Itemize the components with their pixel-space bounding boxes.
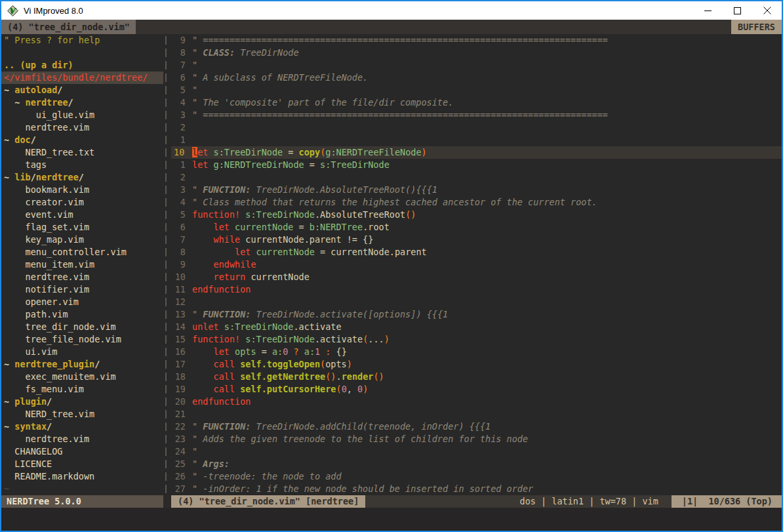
tree-row[interactable]: notifier.vim [1,283,163,296]
syntax-segment: ( [336,384,341,394]
code-row[interactable]: 8 let currentNode = currentNode.parent [171,246,782,258]
tree-row[interactable]: fs_menu.vim [1,383,163,396]
window-separator[interactable] [163,34,171,495]
code-row[interactable]: 19 call self.putCursorHere(0, 0) [171,383,782,396]
tree-row[interactable]: ~ plugin/ [1,396,163,408]
code-row[interactable]: 25" Args: [171,458,782,470]
close-button[interactable] [752,1,782,20]
code-row[interactable]: 20endfunction [171,396,782,408]
line-number: 19 [171,383,192,396]
code-row[interactable]: 18 call self.getNerdtree().render() [171,371,782,383]
syntax-segment: 1 [315,346,320,357]
code-row[interactable]: 16 let opts = a:0 ? a:1 : {} [171,346,782,358]
code-row[interactable]: 10 return currentNode [171,271,782,283]
tree-row[interactable]: ~ [1,483,163,495]
tree-row[interactable]: tree_file_node.vim [1,333,163,346]
tree-row[interactable] [1,47,163,59]
tree-row[interactable]: ui_glue.vim [1,109,163,121]
code-text: " Adds the given treenode to the list of… [192,433,782,445]
tree-row[interactable]: ~ nerdtree_plugin/ [1,358,163,371]
command-line[interactable] [1,508,782,531]
code-row[interactable]: 2 [171,171,782,184]
syntax-segment: () [405,209,416,220]
code-row[interactable]: 1let g:NERDTreeDirNode = s:TreeDirNode [171,159,782,171]
tree-row[interactable]: creator.vim [1,196,163,209]
tree-row[interactable]: ~ nerdtree/ [1,96,163,109]
tree-row[interactable]: exec_menuitem.vim [1,371,163,383]
tree-row[interactable]: nerdtree.vim [1,271,163,283]
code-row[interactable]: 13" FUNCTION: TreeDirNode.activate([opti… [171,308,782,321]
tree-row[interactable]: README.markdown [1,470,163,483]
tree-row[interactable]: key_map.vim [1,234,163,246]
tree-row[interactable]: flag_set.vim [1,221,163,234]
code-row[interactable]: 15function! s:TreeDirNode.activate(...) [171,333,782,346]
code-row[interactable]: 4" Class method that returns the highest… [171,196,782,209]
code-row[interactable]: 27" -inOrder: 1 if the new node should b… [171,483,782,495]
code-row[interactable]: 5function! s:TreeDirNode.AbsoluteTreeRoo… [171,209,782,221]
tree-row[interactable]: CHANGELOG [1,445,163,458]
syntax-segment: ) [422,147,427,157]
tree-row[interactable]: ~ doc/ [1,134,163,146]
tree-row[interactable]: nerdtree.vim [1,433,163,445]
code-row[interactable]: 11endfunction [171,283,782,296]
tree-row[interactable]: ui.vim [1,346,163,358]
tree-row[interactable]: opener.vim [1,296,163,308]
code-row[interactable]: 12 [171,296,782,308]
code-row[interactable]: 6 let currentNode = b:NERDTree.root [171,221,782,234]
tree-row[interactable]: path.vim [1,308,163,321]
tree-root-item[interactable]: </vimfiles/bundle/nerdtree/ [1,72,163,84]
minimize-button[interactable] [693,1,723,20]
tree-row[interactable]: nerdtree.vim [1,121,163,134]
code-row[interactable]: 26" -treenode: the node to add [171,470,782,483]
code-row[interactable]: 5" [171,84,782,96]
tree-row[interactable]: ~ syntax/ [1,420,163,433]
maximize-button[interactable] [723,1,752,20]
code-row[interactable]: 2 [171,121,782,134]
code-row[interactable]: 21 [171,408,782,420]
tab-tree-dir-node[interactable]: (4) "tree_dir_node.vim" [1,20,136,34]
code-row[interactable]: 8" CLASS: TreeDirNode [171,47,782,59]
nerdtree-panel: " Press ? for help.. (up a dir)</vimfile… [1,34,163,495]
code-row[interactable]: 6" A subclass of NERDTreeFileNode. [171,72,782,84]
code-text [192,121,782,134]
code-row[interactable]: 24" [171,445,782,458]
statusline-info: dos | latin1 | tw=78 | vim [520,495,672,508]
syntax-segment: , [347,384,357,394]
code-row[interactable]: 7" [171,59,782,72]
tree-row[interactable]: menu_item.vim [1,258,163,271]
tree-row[interactable]: tree_dir_node.vim [1,321,163,333]
tree-row[interactable]: .. (up a dir) [1,59,163,72]
tree-row[interactable]: " Press ? for help [1,34,163,47]
code-row[interactable]: 17 call self.toggleOpen(opts) [171,358,782,371]
code-row[interactable]: 1 [171,134,782,146]
syntax-segment: unlet [192,321,219,332]
tree-row[interactable]: NERD_tree.txt [1,146,163,159]
code-row[interactable]: 22" FUNCTION: TreeDirNode.addChild(treen… [171,420,782,433]
syntax-segment: ... [368,334,384,344]
tree-row[interactable]: ~ autoload/ [1,84,163,96]
tree-label: menu_item.vim [4,258,94,271]
code-row[interactable]: 9" =====================================… [171,34,782,47]
syntax-segment: ) [384,334,390,344]
tree-label: / [47,420,52,433]
tree-row[interactable]: menu_controller.vim [1,246,163,258]
tree-row[interactable]: event.vim [1,209,163,221]
code-text: " A subclass of NERDTreeFileNode. [192,72,782,84]
tree-row[interactable]: NERD_tree.vim [1,408,163,420]
code-row[interactable]: 7 while currentNode.parent != {} [171,234,782,246]
code-row[interactable]: 3" =====================================… [171,109,782,121]
code-row[interactable]: 9 endwhile [171,258,782,271]
code-row[interactable]: 14unlet s:TreeDirNode.activate [171,321,782,333]
tree-row[interactable]: ~ lib/nerdtree/ [1,171,163,184]
code-text [192,408,782,420]
code-row[interactable]: 23" Adds the given treenode to the list … [171,433,782,445]
tree-row[interactable]: bookmark.vim [1,184,163,196]
code-row[interactable]: 3" FUNCTION: TreeDirNode.AbsoluteTreeRoo… [171,184,782,196]
syntax-segment: b:NERDTree [310,222,363,232]
syntax-segment: currentNode.parent != {} [240,234,373,245]
code-row-current[interactable]: 10let s:TreeDirNode = copy(g:NERDTreeFil… [171,146,782,159]
code-text: " FUNCTION: TreeDirNode.addChild(treenod… [192,420,782,433]
tree-row[interactable]: tags [1,159,163,171]
code-row[interactable]: 4" The 'composite' part of the file/dir … [171,96,782,109]
tree-row[interactable]: LICENCE [1,458,163,470]
